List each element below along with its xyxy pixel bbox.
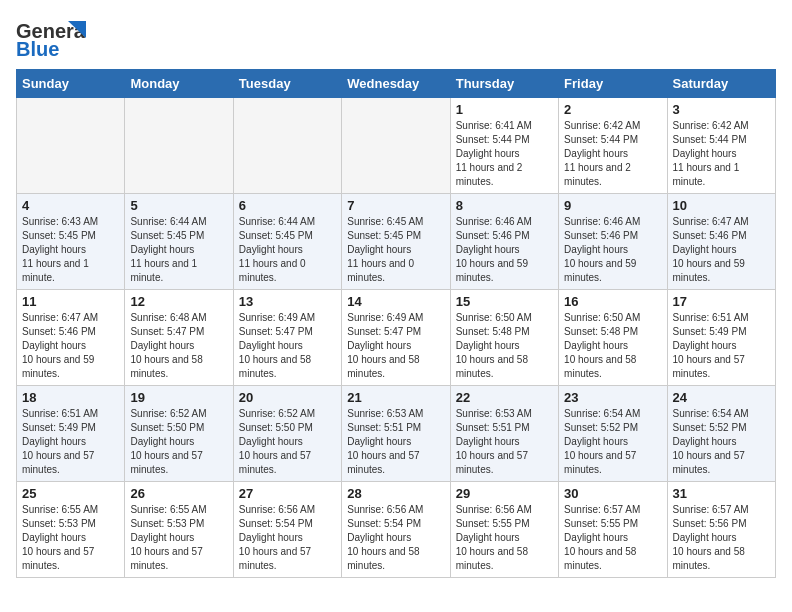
calendar-table: SundayMondayTuesdayWednesdayThursdayFrid…: [16, 69, 776, 578]
calendar-cell: 25Sunrise: 6:55 AMSunset: 5:53 PMDayligh…: [17, 482, 125, 578]
calendar-cell: 12Sunrise: 6:48 AMSunset: 5:47 PMDayligh…: [125, 290, 233, 386]
day-info: Sunrise: 6:46 AMSunset: 5:46 PMDaylight …: [456, 215, 553, 285]
day-number: 10: [673, 198, 770, 213]
calendar-week-5: 25Sunrise: 6:55 AMSunset: 5:53 PMDayligh…: [17, 482, 776, 578]
day-number: 2: [564, 102, 661, 117]
day-number: 21: [347, 390, 444, 405]
day-number: 3: [673, 102, 770, 117]
day-info: Sunrise: 6:54 AMSunset: 5:52 PMDaylight …: [564, 407, 661, 477]
day-info: Sunrise: 6:53 AMSunset: 5:51 PMDaylight …: [456, 407, 553, 477]
day-number: 11: [22, 294, 119, 309]
col-header-monday: Monday: [125, 70, 233, 98]
svg-text:Blue: Blue: [16, 38, 59, 60]
day-number: 25: [22, 486, 119, 501]
day-info: Sunrise: 6:45 AMSunset: 5:45 PMDaylight …: [347, 215, 444, 285]
calendar-cell: [17, 98, 125, 194]
calendar-cell: 10Sunrise: 6:47 AMSunset: 5:46 PMDayligh…: [667, 194, 775, 290]
calendar-cell: 22Sunrise: 6:53 AMSunset: 5:51 PMDayligh…: [450, 386, 558, 482]
day-info: Sunrise: 6:49 AMSunset: 5:47 PMDaylight …: [239, 311, 336, 381]
calendar-cell: 3Sunrise: 6:42 AMSunset: 5:44 PMDaylight…: [667, 98, 775, 194]
day-number: 13: [239, 294, 336, 309]
calendar-cell: 7Sunrise: 6:45 AMSunset: 5:45 PMDaylight…: [342, 194, 450, 290]
calendar-cell: 11Sunrise: 6:47 AMSunset: 5:46 PMDayligh…: [17, 290, 125, 386]
day-info: Sunrise: 6:53 AMSunset: 5:51 PMDaylight …: [347, 407, 444, 477]
day-number: 23: [564, 390, 661, 405]
calendar-cell: 4Sunrise: 6:43 AMSunset: 5:45 PMDaylight…: [17, 194, 125, 290]
day-number: 15: [456, 294, 553, 309]
calendar-cell: 24Sunrise: 6:54 AMSunset: 5:52 PMDayligh…: [667, 386, 775, 482]
day-number: 31: [673, 486, 770, 501]
logo-icon: General Blue: [16, 16, 86, 61]
day-info: Sunrise: 6:42 AMSunset: 5:44 PMDaylight …: [564, 119, 661, 189]
day-info: Sunrise: 6:51 AMSunset: 5:49 PMDaylight …: [673, 311, 770, 381]
calendar-cell: 2Sunrise: 6:42 AMSunset: 5:44 PMDaylight…: [559, 98, 667, 194]
calendar-cell: 26Sunrise: 6:55 AMSunset: 5:53 PMDayligh…: [125, 482, 233, 578]
day-info: Sunrise: 6:54 AMSunset: 5:52 PMDaylight …: [673, 407, 770, 477]
day-info: Sunrise: 6:56 AMSunset: 5:54 PMDaylight …: [239, 503, 336, 573]
col-header-thursday: Thursday: [450, 70, 558, 98]
calendar-cell: 6Sunrise: 6:44 AMSunset: 5:45 PMDaylight…: [233, 194, 341, 290]
day-info: Sunrise: 6:50 AMSunset: 5:48 PMDaylight …: [456, 311, 553, 381]
calendar-cell: 9Sunrise: 6:46 AMSunset: 5:46 PMDaylight…: [559, 194, 667, 290]
day-number: 19: [130, 390, 227, 405]
calendar-week-1: 1Sunrise: 6:41 AMSunset: 5:44 PMDaylight…: [17, 98, 776, 194]
day-info: Sunrise: 6:43 AMSunset: 5:45 PMDaylight …: [22, 215, 119, 285]
calendar-cell: 20Sunrise: 6:52 AMSunset: 5:50 PMDayligh…: [233, 386, 341, 482]
day-info: Sunrise: 6:46 AMSunset: 5:46 PMDaylight …: [564, 215, 661, 285]
day-number: 17: [673, 294, 770, 309]
day-info: Sunrise: 6:42 AMSunset: 5:44 PMDaylight …: [673, 119, 770, 189]
day-number: 26: [130, 486, 227, 501]
day-info: Sunrise: 6:41 AMSunset: 5:44 PMDaylight …: [456, 119, 553, 189]
calendar-cell: 14Sunrise: 6:49 AMSunset: 5:47 PMDayligh…: [342, 290, 450, 386]
day-number: 24: [673, 390, 770, 405]
calendar-cell: 17Sunrise: 6:51 AMSunset: 5:49 PMDayligh…: [667, 290, 775, 386]
calendar-cell: 27Sunrise: 6:56 AMSunset: 5:54 PMDayligh…: [233, 482, 341, 578]
calendar-cell: 23Sunrise: 6:54 AMSunset: 5:52 PMDayligh…: [559, 386, 667, 482]
day-number: 5: [130, 198, 227, 213]
col-header-wednesday: Wednesday: [342, 70, 450, 98]
header-row: SundayMondayTuesdayWednesdayThursdayFrid…: [17, 70, 776, 98]
day-number: 22: [456, 390, 553, 405]
calendar-cell: 19Sunrise: 6:52 AMSunset: 5:50 PMDayligh…: [125, 386, 233, 482]
day-number: 8: [456, 198, 553, 213]
calendar-cell: 29Sunrise: 6:56 AMSunset: 5:55 PMDayligh…: [450, 482, 558, 578]
col-header-sunday: Sunday: [17, 70, 125, 98]
day-number: 30: [564, 486, 661, 501]
calendar-cell: 1Sunrise: 6:41 AMSunset: 5:44 PMDaylight…: [450, 98, 558, 194]
day-info: Sunrise: 6:57 AMSunset: 5:56 PMDaylight …: [673, 503, 770, 573]
day-number: 1: [456, 102, 553, 117]
day-info: Sunrise: 6:52 AMSunset: 5:50 PMDaylight …: [239, 407, 336, 477]
day-info: Sunrise: 6:55 AMSunset: 5:53 PMDaylight …: [130, 503, 227, 573]
day-number: 18: [22, 390, 119, 405]
day-info: Sunrise: 6:44 AMSunset: 5:45 PMDaylight …: [239, 215, 336, 285]
day-number: 4: [22, 198, 119, 213]
calendar-cell: [233, 98, 341, 194]
day-info: Sunrise: 6:47 AMSunset: 5:46 PMDaylight …: [673, 215, 770, 285]
calendar-cell: 30Sunrise: 6:57 AMSunset: 5:55 PMDayligh…: [559, 482, 667, 578]
day-number: 14: [347, 294, 444, 309]
day-number: 20: [239, 390, 336, 405]
day-info: Sunrise: 6:51 AMSunset: 5:49 PMDaylight …: [22, 407, 119, 477]
day-number: 28: [347, 486, 444, 501]
day-number: 16: [564, 294, 661, 309]
day-info: Sunrise: 6:44 AMSunset: 5:45 PMDaylight …: [130, 215, 227, 285]
calendar-cell: 18Sunrise: 6:51 AMSunset: 5:49 PMDayligh…: [17, 386, 125, 482]
day-number: 7: [347, 198, 444, 213]
calendar-week-3: 11Sunrise: 6:47 AMSunset: 5:46 PMDayligh…: [17, 290, 776, 386]
col-header-tuesday: Tuesday: [233, 70, 341, 98]
calendar-cell: 5Sunrise: 6:44 AMSunset: 5:45 PMDaylight…: [125, 194, 233, 290]
calendar-week-4: 18Sunrise: 6:51 AMSunset: 5:49 PMDayligh…: [17, 386, 776, 482]
page-header: General Blue: [16, 16, 776, 61]
calendar-cell: 21Sunrise: 6:53 AMSunset: 5:51 PMDayligh…: [342, 386, 450, 482]
day-info: Sunrise: 6:52 AMSunset: 5:50 PMDaylight …: [130, 407, 227, 477]
calendar-cell: 31Sunrise: 6:57 AMSunset: 5:56 PMDayligh…: [667, 482, 775, 578]
col-header-friday: Friday: [559, 70, 667, 98]
calendar-cell: 15Sunrise: 6:50 AMSunset: 5:48 PMDayligh…: [450, 290, 558, 386]
day-number: 27: [239, 486, 336, 501]
calendar-week-2: 4Sunrise: 6:43 AMSunset: 5:45 PMDaylight…: [17, 194, 776, 290]
day-info: Sunrise: 6:56 AMSunset: 5:55 PMDaylight …: [456, 503, 553, 573]
day-number: 6: [239, 198, 336, 213]
col-header-saturday: Saturday: [667, 70, 775, 98]
calendar-cell: 13Sunrise: 6:49 AMSunset: 5:47 PMDayligh…: [233, 290, 341, 386]
logo: General Blue: [16, 16, 86, 61]
